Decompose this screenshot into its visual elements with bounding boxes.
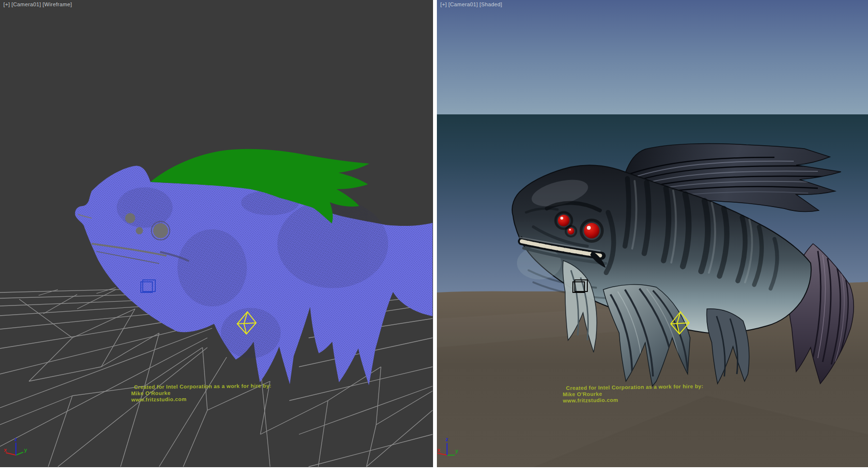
shaded-scene[interactable]: Created for Intel Corporation as a work … xyxy=(437,0,868,467)
viewport-label: [+][Camera01][Shaded] xyxy=(440,1,503,7)
wireframe-scene[interactable]: Created for Intel Corporation as a work … xyxy=(0,0,433,467)
axis-z-label: z xyxy=(446,436,448,442)
watermark-line2[interactable]: Mike O'Rourke xyxy=(563,391,602,397)
viewport-split-view: Created for Intel Corporation as a work … xyxy=(0,0,868,472)
axis-x-label: x xyxy=(4,447,7,453)
watermark-line2[interactable]: Mike O'Rourke xyxy=(131,390,171,396)
axis-z-label: z xyxy=(14,436,17,442)
viewport-shaded[interactable]: Created for Intel Corporation as a work … xyxy=(437,0,868,467)
axis-x-label: x xyxy=(437,447,441,453)
watermark-line3[interactable]: www.fritzstudio.com xyxy=(562,397,618,403)
viewport-menu-expand[interactable]: [+] xyxy=(3,1,10,7)
axis-y-label: y xyxy=(24,447,27,453)
sky-background xyxy=(437,0,868,114)
viewport-menu-shading[interactable]: [Wireframe] xyxy=(42,1,72,7)
axis-y-label: y xyxy=(455,448,459,454)
viewport-menu-expand[interactable]: [+] xyxy=(440,1,447,7)
viewport-menu-shading[interactable]: [Shaded] xyxy=(479,1,502,7)
viewport-label: [+][Camera01][Wireframe] xyxy=(3,1,73,7)
viewport-splitter[interactable] xyxy=(433,0,437,467)
viewport-menu-camera[interactable]: [Camera01] xyxy=(448,1,478,7)
viewport-wireframe[interactable]: Created for Intel Corporation as a work … xyxy=(0,0,433,467)
watermark-line3[interactable]: www.fritzstudio.com xyxy=(131,396,187,403)
viewport-menu-camera[interactable]: [Camera01] xyxy=(12,1,41,7)
